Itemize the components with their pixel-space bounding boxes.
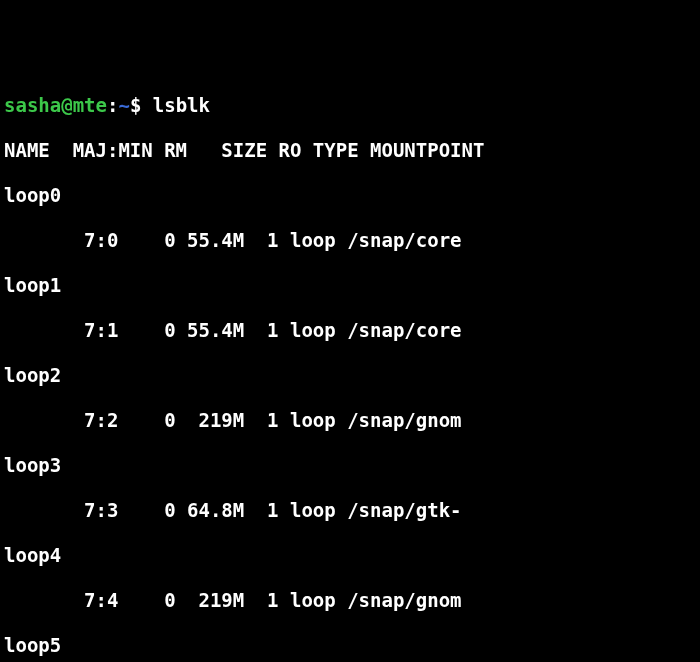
lsblk-row: 7:1 0 55.4M 1 loop /snap/core bbox=[4, 319, 696, 342]
command-text: lsblk bbox=[153, 94, 210, 116]
lsblk-row: loop1 bbox=[4, 274, 696, 297]
prompt-host: mte bbox=[73, 94, 107, 116]
lsblk-row: 7:2 0 219M 1 loop /snap/gnom bbox=[4, 409, 696, 432]
lsblk-row: loop2 bbox=[4, 364, 696, 387]
prompt-at: @ bbox=[61, 94, 72, 116]
lsblk-row: loop3 bbox=[4, 454, 696, 477]
prompt-colon: : bbox=[107, 94, 118, 116]
prompt-dollar: $ bbox=[130, 94, 153, 116]
prompt-user: sasha bbox=[4, 94, 61, 116]
prompt-path: ~ bbox=[118, 94, 129, 116]
lsblk-row: loop0 bbox=[4, 184, 696, 207]
lsblk-row: loop5 bbox=[4, 634, 696, 657]
lsblk-header: NAME MAJ:MIN RM SIZE RO TYPE MOUNTPOINT bbox=[4, 139, 696, 162]
lsblk-row: 7:4 0 219M 1 loop /snap/gnom bbox=[4, 589, 696, 612]
lsblk-row: loop4 bbox=[4, 544, 696, 567]
lsblk-row: 7:3 0 64.8M 1 loop /snap/gtk- bbox=[4, 499, 696, 522]
prompt-line[interactable]: sasha@mte:~$ lsblk bbox=[4, 94, 696, 117]
lsblk-row: 7:0 0 55.4M 1 loop /snap/core bbox=[4, 229, 696, 252]
